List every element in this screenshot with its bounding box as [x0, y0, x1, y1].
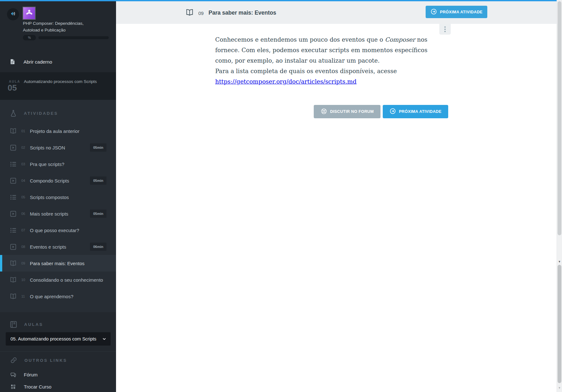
discuss-forum-button[interactable]: DISCUTIR NO FORUM: [314, 105, 380, 118]
video-icon: [10, 243, 17, 251]
other-links-section: OUTROS LINKS Fórum Trocar Curso: [0, 351, 116, 392]
sidebar-link-fórum[interactable]: Fórum: [0, 368, 116, 381]
other-links-header-label: OUTROS LINKS: [24, 358, 67, 363]
switch-course-icon: [10, 384, 16, 390]
sidebar-item-09[interactable]: 09 Para saber mais: Eventos: [0, 255, 116, 272]
sidebar-item-number: 10: [21, 278, 27, 282]
chevron-down-icon: [102, 336, 107, 341]
sidebar-item-number: 11: [21, 294, 27, 298]
discuss-forum-label: DISCUTIR NO FORUM: [330, 109, 374, 114]
next-activity-button-bottom[interactable]: PRÓXIMA ATIVIDADE: [383, 105, 448, 118]
duration-badge: 06min: [90, 243, 106, 251]
scrollbar-down-arrow-icon[interactable]: ▼: [557, 386, 562, 389]
scrollbar-thumb[interactable]: [558, 265, 561, 383]
link-icon: [10, 356, 18, 364]
sidebar-item-number: 07: [21, 228, 27, 232]
lesson-dropdown[interactable]: 05. Automatizando processos com Scripts: [6, 332, 111, 346]
course-title: PHP Composer: Dependências, Autoload e P…: [23, 20, 109, 33]
sidebar-item-10[interactable]: 10 Consolidando o seu conhecimento: [0, 272, 116, 288]
lessons-header: AULAS: [0, 317, 116, 331]
sidebar-item-label: Mais sobre scripts: [30, 211, 68, 217]
scrollbar[interactable]: ▼ ▼: [557, 0, 562, 392]
sidebar-item-number: 08: [21, 245, 27, 249]
open-book-icon: [10, 127, 17, 135]
course-progress-bar: [38, 36, 109, 39]
composer-scripts-link[interactable]: https://getcomposer.org/doc/articles/scr…: [215, 78, 357, 85]
list-icon: [10, 194, 17, 201]
lesson-title: Automatizando processos com Scripts: [24, 78, 99, 85]
sidebar-item-label: Eventos e scripts: [30, 244, 66, 250]
next-activity-label: PRÓXIMA ATIVIDADE: [399, 109, 442, 114]
sidebar-item-label: Scripts compostos: [30, 195, 69, 200]
circle-arrow-right-icon: [389, 108, 396, 115]
sidebar-item-02[interactable]: 02 Scripts no JSON 05min: [0, 139, 116, 156]
lifebuoy-forum-icon: [320, 108, 327, 116]
sidebar-item-07[interactable]: 07 O que posso executar?: [0, 222, 116, 238]
next-activity-button-top[interactable]: PRÓXIMA ATIVIDADE: [426, 6, 487, 18]
video-icon: [10, 144, 17, 151]
sidebar-item-01[interactable]: 01 Projeto da aula anterior: [0, 123, 116, 139]
activity-actions: DISCUTIR NO FORUM PRÓXIMA ATIVIDADE: [215, 105, 448, 118]
activity-header: 09 Para saber mais: Eventos PRÓXIMA ATIV…: [116, 1, 557, 24]
sidebar-item-11[interactable]: 11 O que aprendemos?: [0, 288, 116, 305]
scrollbar-down-arrow-icon[interactable]: ▼: [557, 260, 562, 263]
list-icon: [10, 227, 17, 234]
course-logo-person-icon: [24, 8, 34, 19]
lesson-number: 05: [8, 84, 17, 92]
scrollbar-thumb[interactable]: [558, 1, 561, 235]
sidebar-link-trocar-curso[interactable]: Trocar Curso: [0, 381, 116, 392]
flask-icon: [10, 109, 17, 117]
sidebar-item-06[interactable]: 06 Mais sobre scripts 05min: [0, 205, 116, 222]
duration-badge: 05min: [90, 210, 106, 218]
activity-number: 09: [198, 10, 204, 16]
app-window: PHP Composer: Dependências, Autoload e P…: [0, 0, 562, 392]
collapse-sidebar-button[interactable]: [7, 8, 19, 20]
sidebar-link-label: Fórum: [24, 372, 38, 377]
sidebar-item-number: 02: [21, 146, 27, 149]
kebab-menu-icon: [444, 26, 446, 28]
book-icon: [10, 320, 17, 328]
course-sidebar: PHP Composer: Dependências, Autoload e P…: [0, 0, 116, 392]
lesson-dropdown-value: 05. Automatizando processos com Scripts: [10, 336, 96, 341]
link-intro-paragraph: Para a lista completa de quais os evento…: [215, 66, 430, 87]
open-notebook-label: Abrir caderno: [24, 59, 52, 65]
sidebar-item-label: Consolidando o seu conhecimento: [30, 277, 103, 283]
sidebar-item-label: Projeto da aula anterior: [30, 128, 79, 134]
notebook-icon: [9, 58, 16, 65]
open-book-icon: [10, 293, 17, 300]
open-book-icon: [10, 276, 17, 284]
lessons-section: AULAS 05. Automatizando processos com Sc…: [0, 312, 116, 351]
open-book-icon: [185, 8, 194, 17]
other-links-header: OUTROS LINKS: [0, 353, 116, 367]
sidebar-item-04[interactable]: 04 Compondo Scripts 05min: [0, 172, 116, 189]
sidebar-item-label: Para saber mais: Eventos: [30, 261, 85, 266]
sidebar-item-label: O que aprendemos?: [30, 294, 73, 299]
duration-badge: 05min: [90, 176, 106, 185]
sidebar-item-number: 09: [21, 261, 27, 265]
sidebar-item-03[interactable]: 03 Pra que scripts?: [0, 156, 116, 172]
sidebar-item-08[interactable]: 08 Eventos e scripts 06min: [0, 238, 116, 255]
activity-content: Conhecemos e entendemos um pouco dos eve…: [215, 34, 430, 87]
sidebar-item-number: 05: [21, 195, 27, 199]
open-notebook-button[interactable]: Abrir caderno: [0, 55, 116, 69]
sidebar-item-label: Compondo Scripts: [30, 178, 69, 183]
activities-section: ATIVIDADES 01 Projeto da aula anterior 0…: [0, 100, 116, 312]
page-title: Para saber mais: Eventos: [209, 10, 276, 16]
activities-header-label: ATIVIDADES: [24, 111, 58, 116]
top-accent-bar: [0, 0, 562, 1]
sidebar-item-number: 03: [21, 162, 27, 166]
course-logo[interactable]: [23, 7, 36, 20]
collapse-sidebar-icon: [10, 10, 17, 18]
sidebar-item-label: O que posso executar?: [30, 228, 79, 233]
composer-italic: Composer: [385, 36, 415, 43]
activity-options-button[interactable]: [439, 24, 451, 35]
list-icon: [10, 161, 17, 168]
current-lesson-banner: AULA 05 Automatizando processos com Scri…: [0, 72, 116, 100]
sidebar-item-05[interactable]: 05 Scripts compostos: [0, 189, 116, 205]
lessons-header-label: AULAS: [24, 322, 43, 327]
sidebar-item-number: 04: [21, 179, 27, 182]
duration-badge: 05min: [90, 143, 106, 152]
sidebar-link-label: Trocar Curso: [24, 384, 51, 389]
open-book-icon: [10, 260, 17, 267]
video-icon: [10, 177, 17, 184]
